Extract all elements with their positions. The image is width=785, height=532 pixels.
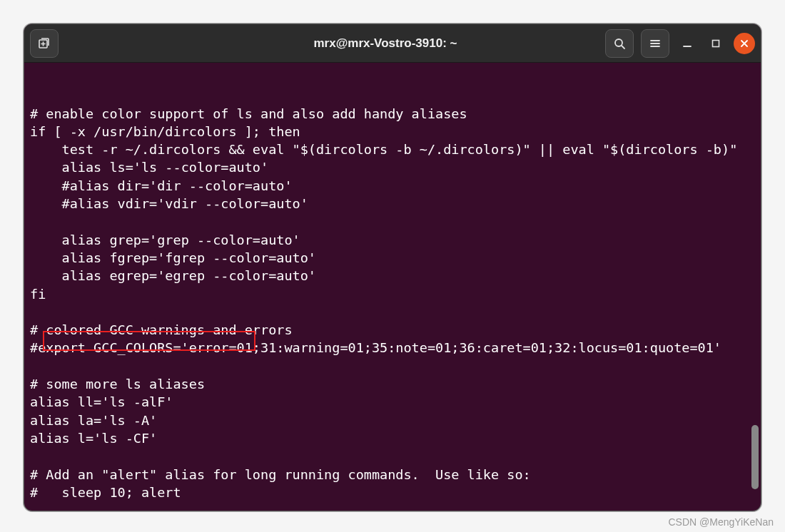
terminal-line: # enable color support of ls and also ad… [30, 105, 755, 123]
close-button[interactable] [734, 33, 755, 54]
terminal-line: # sleep 10; alert [30, 484, 755, 501]
terminal-line: alias fgrep='fgrep --color=auto' [30, 249, 755, 267]
terminal-body[interactable]: # enable color support of ls and also ad… [24, 63, 761, 511]
terminal-line: #alias dir='dir --color=auto' [30, 177, 755, 195]
terminal-line [30, 357, 755, 375]
titlebar: mrx@mrx-Vostro-3910: ~ [24, 24, 761, 63]
maximize-button[interactable] [705, 33, 726, 54]
hamburger-menu-button[interactable] [641, 29, 669, 58]
terminal-line [30, 213, 755, 230]
terminal-line: # colored GCC warnings and errors [30, 321, 755, 339]
terminal-line: # Add an "alert" alias for long running … [30, 466, 755, 484]
terminal-line: #alias vdir='vdir --color=auto' [30, 195, 755, 213]
new-tab-button[interactable] [30, 29, 59, 58]
terminal-line: alias ll='ls -alF' [30, 393, 755, 411]
watermark: CSDN @MengYiKeNan [668, 516, 774, 528]
terminal-line: if [ -x /usr/bin/dircolors ]; then [30, 123, 755, 140]
window-title: mrx@mrx-Vostro-3910: ~ [201, 36, 569, 51]
search-button[interactable] [605, 29, 634, 58]
terminal-line: alias la='ls -A' [30, 411, 755, 429]
terminal-line: test -r ~/.dircolors && eval "$(dircolor… [30, 140, 755, 158]
terminal-window: mrx@mrx-Vostro-3910: ~ [24, 24, 761, 511]
terminal-line: # some more ls aliases [30, 375, 755, 393]
terminal-line [30, 447, 755, 465]
terminal-line [30, 303, 755, 321]
terminal-line: alias l='ls -CF' [30, 429, 755, 447]
terminal-content: # enable color support of ls and also ad… [30, 105, 755, 502]
minimize-button[interactable] [677, 33, 698, 54]
terminal-line: alias ls='ls --color=auto' [30, 158, 755, 176]
svg-rect-2 [713, 40, 719, 46]
terminal-line: fi [30, 285, 755, 303]
terminal-line: #export GCC_COLORS='error=01;31:warning=… [30, 339, 755, 357]
terminal-line: alias egrep='egrep --color=auto' [30, 267, 755, 285]
terminal-line: alias grep='grep --color=auto' [30, 231, 755, 249]
scrollbar-thumb[interactable] [751, 425, 759, 489]
